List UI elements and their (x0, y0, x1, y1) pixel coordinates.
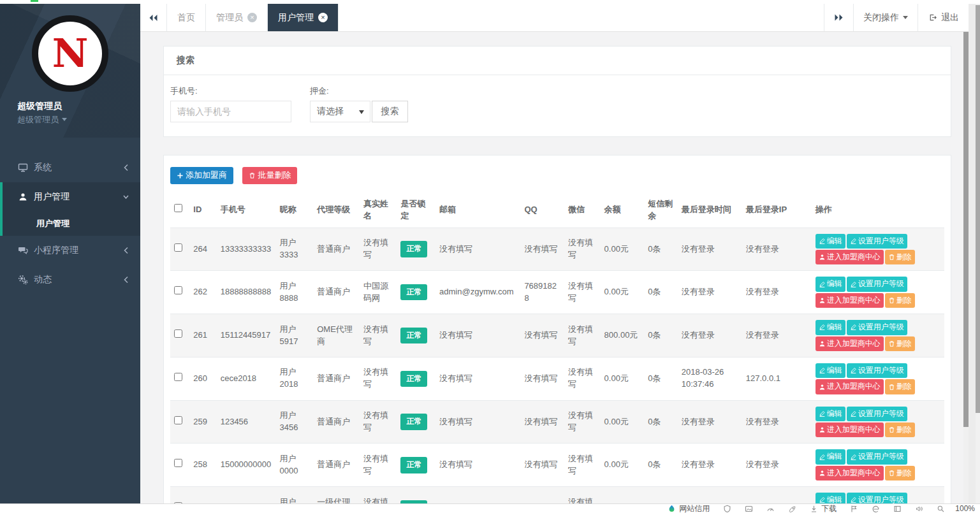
tab-label: 首页 (177, 12, 195, 24)
edit-label: 编辑 (827, 451, 842, 462)
enter-franchisee-center-button[interactable]: 进入加盟商中心 (815, 336, 884, 351)
row-checkbox[interactable] (174, 459, 182, 467)
edit-button[interactable]: 编辑 (815, 449, 845, 464)
enter-franchisee-center-button[interactable]: 进入加盟商中心 (815, 466, 884, 480)
column-header: 代理等级 (313, 193, 360, 228)
cell-phone: cece2018 (217, 357, 276, 400)
cell-real_name: 没有填写 (360, 314, 397, 358)
column-header: 真实姓名 (360, 193, 397, 228)
tabs-scroll-left-button[interactable] (140, 4, 167, 31)
cell-wechat: 没有填写 (564, 357, 601, 400)
cell-last_login_time: 没有登录 (678, 400, 742, 444)
topbar-right-controls: 关闭操作 退出 (824, 4, 969, 31)
tab-1[interactable]: 管理员× (206, 4, 268, 31)
search-form: 手机号: 押金: 请选择 搜索 (164, 75, 951, 136)
edit-button[interactable]: 编辑 (815, 407, 845, 421)
add-franchisee-label: 添加加盟商 (186, 170, 227, 181)
zoom-level[interactable]: 100% (955, 504, 975, 513)
side-panel-button[interactable] (893, 505, 902, 513)
set-user-level-button[interactable]: 设置用户等级 (847, 320, 907, 335)
tabs-scroll-right-button[interactable] (824, 4, 853, 31)
cell-email: 没有填写 (435, 228, 520, 271)
image-toggle-button[interactable] (745, 505, 753, 513)
tab-2[interactable]: 用户管理× (268, 4, 339, 31)
window-scrollbar[interactable] (976, 4, 980, 503)
window-scrollbar-thumb[interactable] (976, 5, 980, 413)
volume-button[interactable] (915, 505, 923, 513)
enter-franchisee-center-button[interactable]: 进入加盟商中心 (815, 293, 884, 308)
flame-icon (668, 505, 676, 513)
set-user-level-button[interactable]: 设置用户等级 (847, 363, 907, 378)
enter-franchisee-center-button[interactable]: 进入加盟商中心 (815, 250, 884, 264)
sidebar-subitem-1-0[interactable]: 用户管理 (3, 212, 140, 236)
sidebar-item-3[interactable]: 动态 (0, 265, 140, 294)
speed-mode-button[interactable] (766, 505, 775, 513)
row-checkbox[interactable] (174, 243, 182, 252)
lock-status-cell: 正常 (397, 314, 435, 358)
sidebar-item-0[interactable]: 系统 (0, 153, 140, 182)
content-scrollbar[interactable] (963, 32, 969, 503)
sidebar-item-1[interactable]: 用户管理 (3, 182, 140, 212)
set-user-level-button[interactable]: 设置用户等级 (847, 407, 907, 421)
phone-input[interactable] (170, 101, 291, 122)
row-checkbox[interactable] (174, 286, 182, 294)
sidebar-item-2[interactable]: 小程序管理 (0, 236, 140, 265)
select-all-checkbox[interactable] (174, 204, 182, 212)
logout-button[interactable]: 退出 (918, 4, 969, 31)
browser-status-bar: 网站信用 下载 100% (0, 503, 980, 513)
row-checkbox[interactable] (174, 329, 182, 338)
shield-icon (723, 505, 731, 513)
cell-phone: 123456 (217, 400, 276, 444)
row-checkbox[interactable] (174, 373, 182, 381)
row-checkbox[interactable] (174, 416, 182, 424)
actions-cell: 编辑设置用户等级进入加盟商中心删除 (812, 400, 944, 444)
column-header: 微信 (564, 193, 601, 228)
set-user-level-button[interactable]: 设置用户等级 (847, 493, 907, 503)
edit-button[interactable]: 编辑 (815, 493, 845, 503)
enter-franchisee-center-button[interactable]: 进入加盟商中心 (815, 423, 884, 437)
cell-phone: 1516445547 (217, 487, 276, 503)
user-role-dropdown[interactable]: 超级管理员 (0, 114, 140, 126)
download-item[interactable]: 下载 (810, 503, 837, 513)
delete-button[interactable]: 删除 (885, 379, 915, 394)
delete-button[interactable]: 删除 (885, 250, 915, 264)
lock-status-cell: 正常 (397, 357, 435, 400)
boost-mode-button[interactable] (788, 505, 796, 513)
search-button[interactable]: 搜索 (372, 101, 408, 122)
set-user-level-button[interactable]: 设置用户等级 (847, 234, 907, 249)
set-user-level-button[interactable]: 设置用户等级 (847, 277, 907, 291)
enter-franchisee-center-button[interactable]: 进入加盟商中心 (815, 379, 884, 394)
edit-button[interactable]: 编辑 (815, 277, 845, 291)
delete-button[interactable]: 删除 (885, 336, 915, 351)
status-badge: 正常 (400, 241, 427, 257)
edit-button[interactable]: 编辑 (815, 320, 845, 335)
flag-button[interactable] (850, 505, 858, 513)
set-user-level-button[interactable]: 设置用户等级 (847, 449, 907, 464)
status-badge: 正常 (400, 328, 427, 343)
safety-shield-button[interactable] (723, 505, 731, 513)
delete-button[interactable]: 删除 (885, 466, 915, 480)
edit-button[interactable]: 编辑 (815, 363, 845, 378)
delete-button[interactable]: 删除 (885, 293, 915, 308)
flag-icon (850, 505, 858, 513)
zoom-button[interactable] (937, 505, 945, 513)
edit-button[interactable]: 编辑 (815, 234, 845, 249)
content-scrollbar-thumb[interactable] (963, 32, 969, 427)
site-credit-item[interactable]: 网站信用 (668, 503, 710, 513)
row-select-cell (170, 228, 189, 271)
delete-button[interactable]: 删除 (885, 423, 915, 437)
add-franchisee-button[interactable]: 添加加盟商 (170, 167, 233, 184)
column-header: QQ (520, 193, 564, 228)
cell-agent_level: 普通商户 (313, 400, 360, 444)
network-button[interactable] (872, 505, 880, 513)
tab-close-icon[interactable]: × (247, 13, 257, 22)
cell-sms_left: 0条 (644, 444, 678, 487)
close-operations-dropdown[interactable]: 关闭操作 (853, 4, 918, 31)
tab-close-icon[interactable]: × (318, 13, 328, 22)
table-row: 260cece2018用户2018普通商户没有填写正常没有填写没有填写没有填写0… (170, 357, 944, 400)
tab-0[interactable]: 首页 (167, 4, 206, 31)
logout-label: 退出 (941, 12, 959, 24)
batch-delete-button[interactable]: 批量删除 (242, 167, 297, 184)
deposit-select[interactable]: 请选择 (310, 101, 370, 122)
tab-label: 用户管理 (278, 12, 314, 24)
